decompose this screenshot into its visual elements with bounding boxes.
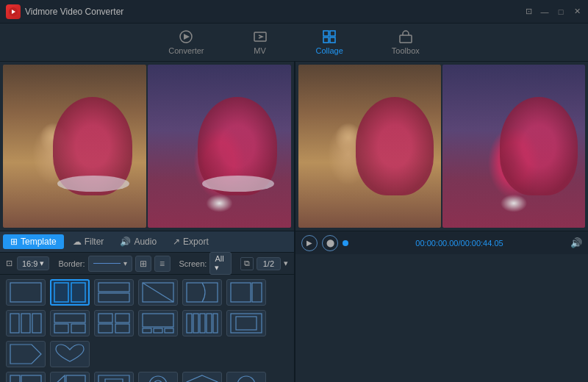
template-icon: ⊞: [10, 237, 18, 247]
minimize-icon[interactable]: ⊡: [523, 7, 534, 17]
template-controls: ⊡ 16:9 ▾ Border: ▾ ⊞ ≡ Screen:: [0, 253, 294, 275]
svg-point-53: [237, 376, 255, 382]
template-cell-5strips[interactable]: [182, 310, 222, 336]
svg-rect-33: [165, 328, 173, 333]
right-video-preview: [295, 62, 588, 231]
template-cell-4eq[interactable]: [94, 310, 134, 336]
copy-icon[interactable]: ⧉: [240, 257, 254, 270]
right-video-mock-right: [442, 65, 585, 228]
grid-icon[interactable]: ⊞: [135, 256, 151, 272]
tab-btn-template[interactable]: ⊞ Template: [3, 234, 64, 249]
tab-btn-filter[interactable]: ☁ Filter: [65, 234, 112, 249]
svg-rect-25: [71, 324, 85, 333]
video-panel-right[interactable]: [148, 65, 291, 228]
template-cell-heart[interactable]: [50, 341, 90, 367]
ratio-selector: ⊡ 16:9 ▾: [6, 256, 49, 270]
svg-rect-12: [71, 283, 85, 302]
svg-rect-40: [236, 317, 257, 330]
tab-filter-label: Filter: [85, 237, 104, 247]
titlebar: Vidmore Video Converter ⊡ — □ ✕: [0, 0, 588, 24]
svg-rect-14: [98, 293, 129, 302]
svg-rect-23: [54, 314, 85, 322]
svg-rect-37: [207, 314, 212, 333]
volume-icon[interactable]: 🔊: [570, 237, 582, 248]
svg-rect-17: [187, 283, 218, 302]
svg-marker-51: [187, 375, 218, 382]
tab-converter[interactable]: Converter: [162, 26, 209, 58]
svg-rect-32: [154, 328, 162, 333]
screen-chevron: ▾: [215, 263, 219, 272]
tab-converter-label: Converter: [168, 46, 204, 55]
svg-rect-43: [21, 375, 41, 382]
nav-bar: Converter MV Collage Toolbox: [0, 24, 588, 62]
tab-mv[interactable]: MV: [247, 26, 273, 58]
time-display: 00:00:00.00/00:00:44.05: [415, 239, 503, 248]
tab-toolbox-label: Toolbox: [392, 46, 420, 55]
bottom-tabs: ⊞ Template ☁ Filter 🔊 Audio ↗ Export: [0, 231, 294, 253]
template-cell-2v[interactable]: [50, 279, 90, 306]
svg-marker-48: [105, 379, 123, 382]
ratio-button[interactable]: 16:9 ▾: [17, 256, 49, 270]
svg-rect-26: [98, 314, 112, 322]
template-cell-r2-2[interactable]: [50, 372, 90, 382]
svg-point-49: [149, 376, 167, 382]
screen-value: All: [215, 254, 223, 263]
maximize-icon[interactable]: □: [556, 7, 566, 17]
svg-rect-19: [252, 283, 262, 302]
svg-rect-11: [54, 283, 68, 302]
template-cell-wide-left[interactable]: [226, 279, 266, 306]
template-cell-r2-5[interactable]: [182, 372, 222, 382]
left-preview-area: ⊞ Template ☁ Filter 🔊 Audio ↗ Export ⊡ 1…: [0, 62, 294, 382]
template-cell-3v[interactable]: [6, 310, 46, 336]
ratio-value: 16:9: [22, 259, 37, 268]
template-cell-frame[interactable]: [226, 310, 266, 336]
border-chevron: ▾: [123, 259, 127, 267]
svg-rect-4: [254, 32, 266, 41]
svg-rect-46: [66, 375, 85, 382]
video-preview-container: [0, 62, 294, 231]
template-cell-r2-4[interactable]: [138, 372, 178, 382]
template-cell-arrow[interactable]: [6, 341, 46, 367]
stripe-icon[interactable]: ≡: [154, 256, 171, 272]
svg-rect-29: [115, 324, 129, 333]
tab-audio-label: Audio: [134, 237, 157, 247]
border-control: Border: ▾ ⊞ ≡: [58, 256, 170, 272]
screen-select[interactable]: All ▾: [209, 252, 231, 275]
ratio-icon: ⊡: [6, 259, 12, 268]
template-cell-single[interactable]: [6, 279, 46, 306]
tab-toolbox[interactable]: Toolbox: [386, 26, 426, 58]
template-row-2: [6, 372, 288, 382]
tab-btn-audio[interactable]: 🔊 Audio: [112, 234, 164, 249]
svg-line-16: [143, 283, 173, 302]
template-cell-top1-bot2[interactable]: [50, 310, 90, 336]
ratio-chevron: ▾: [40, 259, 44, 268]
titlebar-menu-icon[interactable]: —: [539, 7, 550, 17]
right-video-panel-left[interactable]: [298, 65, 441, 228]
video-panel-left[interactable]: [3, 65, 146, 228]
play-controls: ▶ ⬤: [301, 235, 348, 251]
svg-rect-30: [143, 314, 173, 327]
template-cell-wide-narrow[interactable]: [138, 310, 178, 336]
right-video-panel-right[interactable]: [442, 65, 585, 228]
svg-rect-24: [54, 324, 68, 333]
svg-rect-36: [200, 314, 205, 333]
template-cell-r2-6[interactable]: [226, 372, 266, 382]
template-cell-r2-1[interactable]: [6, 372, 46, 382]
tab-btn-export[interactable]: ↗ Export: [165, 234, 216, 249]
export-tab-icon: ↗: [173, 237, 180, 247]
template-cell-r2-3[interactable]: [94, 372, 134, 382]
page-chevron[interactable]: ▾: [284, 259, 288, 268]
tab-mv-label: MV: [254, 46, 266, 55]
filter-icon: ☁: [73, 237, 82, 247]
svg-marker-3: [184, 34, 190, 40]
template-cell-diag[interactable]: [138, 279, 178, 306]
svg-rect-6: [330, 31, 335, 36]
tab-collage[interactable]: Collage: [310, 26, 349, 58]
stop-button[interactable]: ⬤: [322, 235, 338, 251]
template-cell-curved[interactable]: [182, 279, 222, 306]
template-cell-2h[interactable]: [94, 279, 134, 306]
play-button[interactable]: ▶: [301, 235, 318, 251]
border-line-selector[interactable]: ▾: [88, 256, 132, 272]
close-icon[interactable]: ✕: [572, 7, 582, 17]
svg-rect-10: [10, 283, 41, 302]
